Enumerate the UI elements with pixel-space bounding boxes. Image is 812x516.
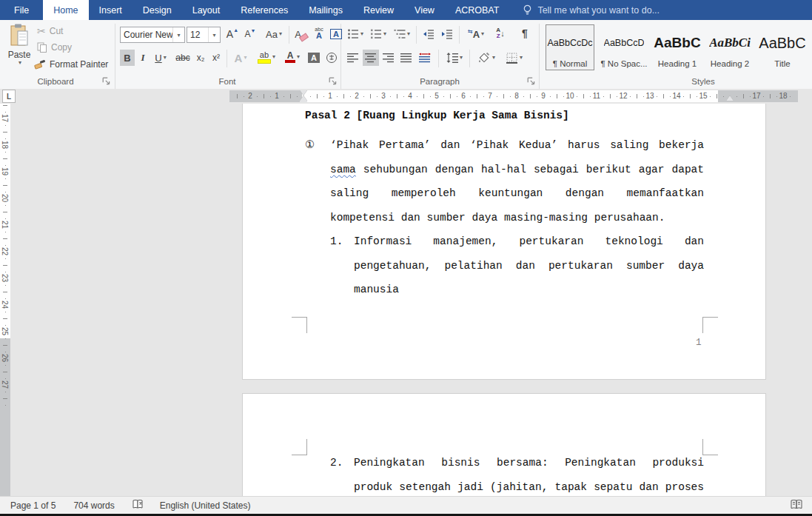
- enclose-circle-icon: [326, 52, 338, 64]
- font-size-combo[interactable]: 12 ▾: [187, 27, 221, 43]
- align-right-button[interactable]: [380, 50, 397, 66]
- font-name-combo[interactable]: Courier New ▾: [120, 27, 185, 43]
- doc-text-line[interactable]: 2.Peningkatan bisnis bersama: Peningkata…: [354, 456, 704, 480]
- ruler-number: 7: [488, 92, 492, 100]
- shrink-font-button[interactable]: A▼: [242, 26, 258, 42]
- underline-button[interactable]: U▾: [150, 50, 171, 66]
- tab-review[interactable]: Review: [353, 0, 404, 20]
- read-mode-icon[interactable]: [791, 499, 803, 513]
- hanging-indent-marker[interactable]: [300, 96, 307, 101]
- vertical-ruler[interactable]: 1718192021222324252627: [0, 104, 10, 496]
- increase-indent-button[interactable]: [438, 26, 456, 42]
- phonetic-guide-button[interactable]: abc A: [311, 25, 327, 41]
- enclose-characters-button[interactable]: A: [329, 26, 343, 42]
- tab-home[interactable]: Home: [43, 0, 88, 20]
- paste-icon: [8, 23, 30, 48]
- show-hide-pilcrow-button[interactable]: ¶: [517, 25, 533, 41]
- justify-button[interactable]: [398, 50, 415, 66]
- font-size-dropdown[interactable]: ▾: [208, 27, 220, 42]
- strikethrough-button[interactable]: abc: [173, 50, 192, 66]
- document-page-1[interactable]: Pasal 2 [Ruang Lingkup Kerja Sama Bisnis…: [242, 104, 766, 380]
- misspelled-word[interactable]: sama: [330, 164, 356, 175]
- grow-font-button[interactable]: A▲: [224, 26, 241, 42]
- multilevel-list-button[interactable]: ▾: [391, 26, 413, 42]
- paste-button[interactable]: Paste ▾: [3, 23, 36, 79]
- bullets-button[interactable]: ▾: [345, 26, 366, 42]
- text-boundary-mark: [702, 317, 718, 333]
- paragraph-dialog-launcher[interactable]: [527, 77, 536, 86]
- first-line-indent-marker[interactable]: [300, 90, 307, 96]
- doc-text-line[interactable]: pengetahuan, pelatihan dan pertukaran su…: [354, 259, 704, 284]
- style-heading-2[interactable]: AaBbCiHeading 2: [704, 24, 756, 70]
- clear-formatting-button[interactable]: A: [293, 26, 311, 42]
- doc-text-line[interactable]: produk setengah jadi (jahitan, tapak sep…: [354, 480, 704, 497]
- proofing-errors-icon[interactable]: [132, 499, 145, 512]
- font-name-dropdown[interactable]: ▾: [172, 27, 184, 42]
- doc-text-line[interactable]: saling memperoleh keuntungan dengan mema…: [330, 187, 704, 211]
- increase-indent-icon: [441, 28, 453, 40]
- right-indent-marker[interactable]: [726, 96, 734, 101]
- font-group-label: Font: [116, 77, 338, 86]
- style-title[interactable]: AaBbCTitle: [759, 24, 806, 70]
- tell-me-box[interactable]: Tell me what you want to do...: [515, 0, 667, 20]
- numbering-button[interactable]: ▾: [368, 26, 389, 42]
- doc-text-line[interactable]: manusia: [354, 283, 704, 307]
- align-right-icon: [383, 53, 395, 63]
- ruler-number: 3: [381, 92, 386, 100]
- character-shading-button[interactable]: A: [306, 50, 321, 66]
- tab-references[interactable]: References: [230, 0, 298, 20]
- text-boundary-mark: [292, 317, 307, 333]
- tab-layout[interactable]: Layout: [182, 0, 231, 20]
- ruler-number: 10: [566, 92, 574, 100]
- ruler-number: 17: [752, 92, 760, 100]
- asian-layout-button[interactable]: ⇆ A▾: [463, 26, 489, 42]
- tab-file[interactable]: File: [0, 0, 43, 20]
- distribute-button[interactable]: [416, 50, 434, 66]
- align-left-button[interactable]: [345, 50, 361, 66]
- tab-design[interactable]: Design: [132, 0, 182, 20]
- text-highlight-button[interactable]: ab ▾: [255, 49, 278, 65]
- font-color-button[interactable]: A ▾: [281, 49, 303, 65]
- doc-text-line[interactable]: 1.Informasi manajemen, pertukaran teknol…: [354, 235, 704, 259]
- list-marker: ①: [305, 138, 315, 153]
- shading-button[interactable]: ▾: [474, 50, 499, 66]
- word-count-status[interactable]: 704 words: [73, 500, 114, 511]
- change-case-button[interactable]: Aa▾: [263, 26, 285, 42]
- page-count-status[interactable]: Page 1 of 5: [10, 500, 56, 511]
- cut-button[interactable]: ✂ Cut: [37, 25, 63, 37]
- left-indent-marker[interactable]: [300, 101, 307, 102]
- bold-button[interactable]: B: [120, 50, 135, 66]
- tab-mailings[interactable]: Mailings: [298, 0, 353, 20]
- superscript-button[interactable]: x²: [209, 50, 224, 66]
- tab-acrobat[interactable]: ACROBAT: [445, 0, 510, 20]
- enclose-circle-button[interactable]: [323, 50, 340, 66]
- borders-button[interactable]: ▾: [502, 50, 527, 66]
- doc-text-line[interactable]: sama sehubungan dengan hal-hal sebagai b…: [330, 163, 704, 187]
- style--no-spac-[interactable]: AaBbCcD¶ No Spac...: [597, 24, 651, 70]
- style-heading-1[interactable]: AaBbCHeading 1: [654, 24, 701, 70]
- document-page-2[interactable]: 2.Peningkatan bisnis bersama: Peningkata…: [242, 393, 766, 496]
- copy-button[interactable]: Copy: [37, 42, 72, 53]
- tab-stop-selector[interactable]: L: [2, 90, 16, 103]
- doc-text-line[interactable]: ①‘Pihak Pertama’ dan ‘Pihak Kedua’ harus…: [330, 138, 704, 163]
- tab-view[interactable]: View: [404, 0, 445, 20]
- text-effects-button[interactable]: A▾: [230, 50, 251, 66]
- ruler-number: 22: [1, 247, 9, 255]
- font-dialog-launcher[interactable]: [329, 77, 338, 86]
- line-spacing-button[interactable]: ▾: [443, 50, 466, 66]
- language-status[interactable]: English (United States): [160, 500, 251, 511]
- tab-insert[interactable]: Insert: [89, 0, 132, 20]
- subscript-button[interactable]: x₂: [193, 50, 208, 66]
- decrease-indent-button[interactable]: [420, 26, 437, 42]
- align-center-button[interactable]: [363, 50, 379, 66]
- doc-heading-line[interactable]: Pasal 2 [Ruang Lingkup Kerja Sama Bisnis…: [305, 109, 704, 138]
- clipboard-dialog-launcher[interactable]: [102, 77, 111, 86]
- format-painter-button[interactable]: Format Painter: [34, 59, 108, 70]
- doc-text-line[interactable]: kompetensi dan sumber daya masing-masing…: [330, 211, 704, 235]
- style--normal[interactable]: AaBbCcDc¶ Normal: [546, 24, 594, 70]
- sort-button[interactable]: A Z ↓: [491, 25, 510, 41]
- italic-button[interactable]: I: [136, 50, 150, 66]
- font-name-value: Courier New: [121, 30, 172, 40]
- style-sample: AaBbCi: [709, 27, 751, 59]
- horizontal-ruler[interactable]: 211234567891011121314151718: [229, 90, 798, 102]
